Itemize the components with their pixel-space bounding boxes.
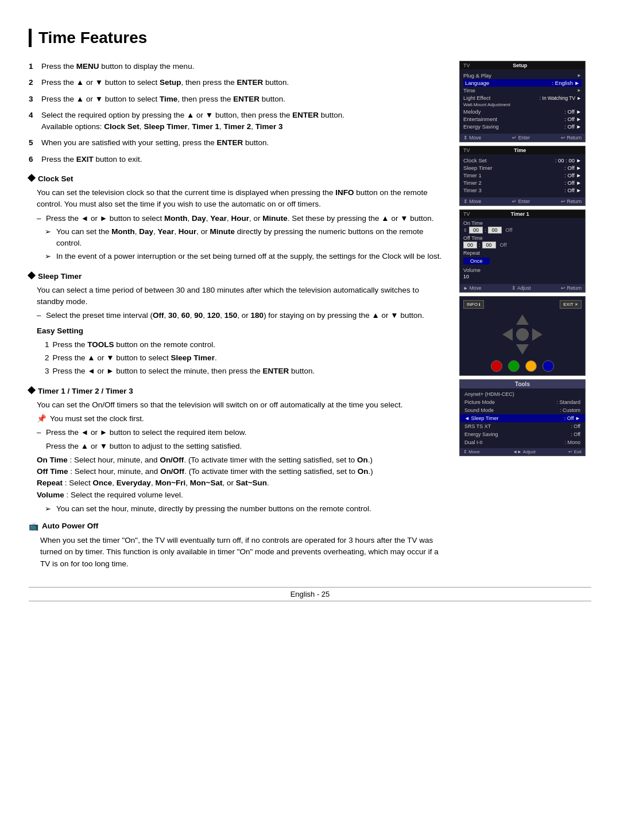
timer-detail-3: Repeat : Select Once, Everyday, Mon~Fri,… — [37, 477, 448, 489]
step-2: 2 Press the ▲ or ▼ button to select Setu… — [29, 77, 448, 88]
exit-icon: ✕ — [575, 302, 578, 307]
timer-bullet-1: – Press the ◄ or ► button to select the … — [37, 427, 448, 438]
setup-header: Setup — [513, 63, 527, 68]
auto-power-off-section: 📺 Auto Power Off When you set the timer … — [29, 520, 448, 570]
timer1-off-m: 00 — [482, 242, 496, 248]
remote-top-row: INFO ℹ EXIT ✕ — [463, 300, 582, 309]
dpad-up[interactable] — [516, 314, 529, 325]
timer-diamond — [28, 386, 36, 394]
step-4-content: Select the required option by pressing t… — [41, 110, 344, 133]
timer1-tv-label: TV — [463, 211, 470, 217]
timer1-volume-label: Volume — [463, 267, 582, 273]
easy-step-1: 1 Press the TOOLS button on the remote c… — [45, 339, 448, 351]
time-row-4: Timer 3 : Off ► — [463, 186, 582, 194]
clock-set-header: Clock Set — [29, 173, 448, 185]
step-6: 6 Press the EXIT button to exit. — [29, 154, 448, 165]
info-icon: ℹ — [479, 302, 480, 307]
dpad-down[interactable] — [516, 344, 529, 355]
remote-control: INFO ℹ EXIT ✕ — [459, 296, 586, 376]
timer1-volume-row: Volume 10 — [463, 267, 582, 279]
step-3-num: 3 — [29, 94, 37, 105]
easy-text-3: Press the ◄ or ► button to select the mi… — [53, 365, 315, 377]
easy-num-3: 3 — [45, 365, 49, 377]
sleep-timer-diamond — [28, 271, 36, 279]
dpad-left[interactable] — [502, 328, 513, 341]
timer-arrow: ➢ You can set the hour, minute, directly… — [45, 503, 448, 515]
timer1-repeat-row: Repeat Once — [463, 250, 582, 266]
timer1-once-box: Once — [463, 256, 582, 266]
step-5-num: 5 — [29, 137, 37, 149]
clock-set-title: Clock Set — [38, 173, 73, 185]
tools-row-2: Sound Mode : Custom — [460, 406, 585, 414]
step-3: 3 Press the ▲ or ▼ button to select Time… — [29, 94, 448, 105]
timer-header: Timer 1 / Timer 2 / Timer 3 — [29, 386, 448, 397]
easy-text-2: Press the ▲ or ▼ button to select Sleep … — [53, 352, 217, 364]
timer-detail-2: Off Time : Select hour, minute, and On/O… — [37, 466, 448, 477]
timer-bullet-2-text: Press the ▲ or ▼ button to adjust to the… — [46, 441, 242, 452]
clock-arrow-2: ➢ In the event of a power interruption o… — [45, 251, 448, 262]
easy-text-1: Press the TOOLS button on the remote con… — [53, 339, 215, 351]
dpad-center[interactable] — [516, 328, 529, 341]
time-row-0: Clock Set : 00 : 00 ► — [463, 157, 582, 164]
timer1-screen-body: On Time ⇕ 00 : 00 Off Off Time 00 : 00 — [460, 218, 585, 283]
remote-info-button[interactable]: INFO ℹ — [463, 300, 484, 309]
sleep-timer-body: You can select a time period of between … — [37, 285, 448, 378]
remote-exit-button[interactable]: EXIT ✕ — [560, 300, 582, 309]
setup-nav: ⇕ Move ↵ Enter ↩ Return — [460, 134, 585, 142]
dpad-right[interactable] — [532, 328, 542, 341]
remote-btn-1[interactable] — [491, 360, 502, 372]
auto-power-icon: 📺 — [29, 520, 38, 532]
timer1-on-label: On Time — [463, 220, 582, 226]
sleep-timer-desc: You can select a time period of between … — [37, 285, 448, 308]
tools-row-5: Energy Saving : Off — [460, 430, 585, 438]
remote-btn-2[interactable] — [508, 360, 520, 372]
timer1-repeat-label: Repeat — [463, 250, 582, 256]
timer1-off-values: 00 : 00 Off — [463, 242, 582, 248]
timer1-off-label: Off Time — [463, 235, 582, 241]
step-5: 5 When you are satisfied with your setti… — [29, 137, 448, 149]
step-1-text: Press the MENU button to display the men… — [41, 61, 194, 72]
remote-btn-3[interactable] — [525, 360, 537, 372]
time-screen: TV Time Clock Set : 00 : 00 ► Sleep Time… — [459, 146, 586, 206]
step-6-text: Press the EXIT button to exit. — [41, 154, 142, 165]
timer-title: Timer 1 / Timer 2 / Timer 3 — [38, 386, 133, 397]
tools-row-1: Picture Mode : Standard — [460, 398, 585, 406]
remote-color-buttons — [491, 360, 554, 372]
timer1-on-h: 00 — [469, 227, 483, 234]
main-layout: 1 Press the MENU button to display the m… — [29, 61, 591, 570]
timer1-off-state: Off — [500, 242, 507, 248]
step-4-sub: Available options: Clock Set, Sleep Time… — [41, 122, 283, 131]
timer-bullet-1-text: Press the ◄ or ► button to select the re… — [46, 427, 246, 438]
info-label: INFO — [467, 302, 478, 307]
timer1-on-state: Off — [506, 227, 513, 233]
easy-step-3: 3 Press the ◄ or ► button to select the … — [45, 365, 448, 377]
clock-set-body: You can set the television clock so that… — [37, 187, 448, 263]
timer-detail-4: Volume : Select the required volume leve… — [37, 489, 448, 501]
right-column: TV Setup Plug & Play ► Language : Englis… — [459, 61, 591, 570]
remote-btn-4[interactable] — [542, 360, 554, 372]
footer: English - 25 — [29, 587, 591, 601]
time-header: Time — [514, 147, 526, 153]
timer-bullet-2: Press the ▲ or ▼ button to adjust to the… — [46, 441, 448, 452]
timer-detail-1: On Time : Select hour, minute, and On/Of… — [37, 454, 448, 466]
setup-row-3: Light Effect : In Watching TV ► — [463, 94, 582, 102]
step-2-num: 2 — [29, 77, 37, 88]
setup-row-0: Plug & Play ► — [463, 72, 582, 79]
time-nav: ⇕ Move ↵ Enter ↩ Return — [460, 197, 585, 205]
timer1-screen: TV Timer 1 On Time ⇕ 00 : 00 Off Off Tim — [459, 209, 586, 293]
timer1-on-values: ⇕ 00 : 00 Off — [463, 227, 582, 234]
page-title: Time Features — [29, 29, 591, 47]
timer1-off-time-row: Off Time 00 : 00 Off — [463, 235, 582, 248]
note-icon: 📌 — [37, 413, 46, 425]
timer1-header: Timer 1 — [511, 211, 529, 217]
timer1-volume-value: 10 — [463, 274, 582, 279]
easy-num-1: 1 — [45, 339, 49, 351]
step-6-num: 6 — [29, 154, 37, 165]
tools-screen-body: Anynet+ (HDMI-CEC) Picture Mode : Standa… — [460, 388, 585, 448]
step-5-text: When you are satisfied with your setting… — [41, 137, 269, 149]
clock-set-diamond — [28, 174, 36, 182]
time-tv-label: TV — [463, 147, 470, 153]
remote-dpad — [502, 314, 542, 355]
setup-row-5: Melody : Off ► — [463, 108, 582, 115]
timer1-nav: ► Move ⇕ Adjust ↩ Return — [460, 284, 585, 292]
